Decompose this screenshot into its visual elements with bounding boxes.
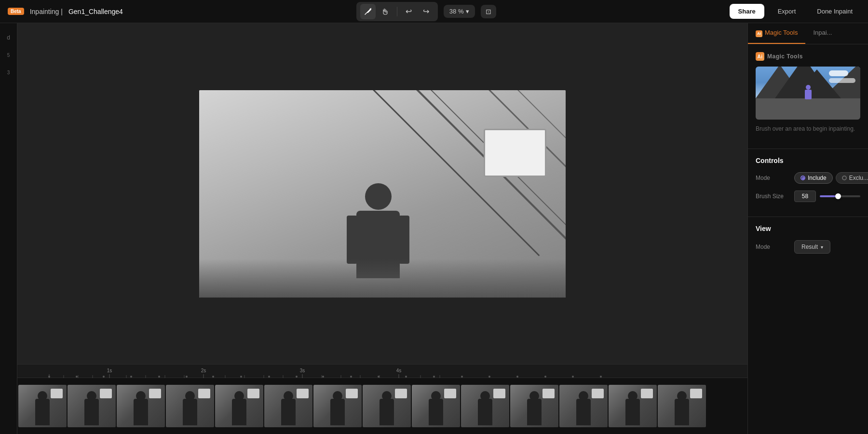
mode-exclude-label: Exclu...: [849, 175, 868, 181]
project-filename: Gen1_Challenge4: [68, 8, 123, 15]
left-strip-icon-1[interactable]: d: [2, 31, 15, 44]
timeline-frame-12[interactable]: [609, 385, 657, 427]
svg-point-34: [240, 376, 242, 378]
frame-screen: [395, 389, 407, 398]
timeline-frames[interactable]: [17, 378, 747, 434]
thumb-ground: [756, 98, 860, 120]
timeline-frame-1[interactable]: [68, 385, 116, 427]
svg-point-28: [76, 376, 78, 378]
thumb-figure-body: [805, 90, 812, 99]
zoom-dropdown[interactable]: 38 % ▾: [444, 5, 475, 18]
panel-hint: Brush over an area to begin inpainting.: [756, 124, 860, 133]
fit-view-button[interactable]: ⊡: [481, 5, 496, 18]
brush-size-thumb: [835, 193, 841, 199]
mode-options: Include Exclu...: [794, 172, 868, 184]
redo-button[interactable]: ↪: [419, 4, 434, 19]
timeline-frame-7[interactable]: [363, 385, 411, 427]
frame-figure: [232, 399, 246, 425]
view-section: View Mode Result: [748, 217, 868, 268]
frame-screen: [198, 389, 210, 398]
svg-point-0: [369, 8, 371, 10]
frame-figure: [478, 399, 492, 425]
svg-point-45: [544, 376, 546, 378]
timeline-frame-10[interactable]: [510, 385, 558, 427]
frame-screen: [297, 389, 309, 398]
frame-screen: [100, 389, 112, 398]
timeline-frame-9[interactable]: [461, 385, 509, 427]
beta-badge: Beta: [8, 8, 24, 15]
canvas-image[interactable]: [199, 90, 566, 298]
svg-point-37: [322, 376, 324, 378]
frame-figure: [84, 399, 99, 425]
tab-inpaint[interactable]: Inpai...: [805, 23, 840, 44]
svg-point-40: [405, 376, 407, 378]
right-panel: AiMagic Tools Inpai... Ai Magic Tools: [747, 23, 868, 434]
tab-magic-tools[interactable]: AiMagic Tools: [748, 23, 805, 44]
panel-tabs: AiMagic Tools Inpai...: [748, 23, 868, 44]
timeline-frame-3[interactable]: [166, 385, 214, 427]
frame-screen: [592, 389, 604, 398]
mode-label: Mode: [756, 175, 794, 181]
svg-point-33: [212, 376, 214, 378]
frame-figure: [576, 399, 591, 425]
brush-size-slider[interactable]: [820, 195, 860, 197]
view-title: View: [756, 225, 860, 232]
pen-tool-button[interactable]: [360, 4, 376, 19]
timeline-frame-6[interactable]: [313, 385, 362, 427]
thumb-cloud-2: [829, 78, 855, 83]
timeline-frame-13[interactable]: [658, 385, 706, 427]
svg-text:1s: 1s: [107, 368, 112, 373]
frame-screen: [247, 389, 259, 398]
timeline-frame-11[interactable]: [559, 385, 608, 427]
share-button[interactable]: Share: [730, 4, 764, 19]
figure-arm-left: [347, 216, 357, 264]
controls-section: Controls Mode Include Exclu... Brus: [748, 149, 868, 217]
frame-screen: [444, 389, 456, 398]
mode-include-option[interactable]: Include: [794, 172, 833, 184]
brush-size-input[interactable]: [794, 190, 816, 202]
svg-point-31: [158, 376, 160, 378]
preview-thumbnail: [756, 67, 860, 120]
done-inpaint-button[interactable]: Done Inpaint: [809, 4, 860, 19]
thumb-figure: [805, 85, 812, 99]
frame-screen: [51, 389, 63, 398]
timeline-frame-5[interactable]: [264, 385, 312, 427]
timeline-frame-0[interactable]: [18, 385, 67, 427]
timeline-frame-4[interactable]: [215, 385, 263, 427]
frame-screen: [493, 389, 505, 398]
frame-figure: [183, 399, 197, 425]
zoom-value: 38 %: [449, 8, 464, 15]
undo-button[interactable]: ↩: [401, 4, 417, 19]
panel-section-header: Ai Magic Tools: [756, 52, 860, 61]
left-strip-icon-2[interactable]: 5: [2, 48, 15, 62]
canvas-viewport[interactable]: [17, 23, 747, 364]
left-strip: d 5 3: [0, 23, 17, 434]
frame-screen: [149, 389, 161, 398]
export-button[interactable]: Export: [770, 4, 804, 19]
frame-screen: [346, 389, 358, 398]
brush-size-control-row: Brush Size: [756, 190, 860, 202]
thumb-cloud-1: [829, 70, 848, 76]
view-mode-dropdown[interactable]: Result: [794, 240, 830, 254]
frame-figure: [380, 399, 394, 425]
mode-control-row: Mode Include Exclu...: [756, 172, 860, 184]
left-strip-icon-3[interactable]: 3: [2, 66, 15, 79]
scene-screen: [484, 129, 546, 177]
topbar: Beta Inpainting | Gen1_Challenge4 ↩ ↪ 38…: [0, 0, 868, 23]
timeline-frame-2[interactable]: [117, 385, 165, 427]
svg-point-38: [350, 376, 352, 378]
mode-exclude-option[interactable]: Exclu...: [836, 172, 868, 184]
frame-figure: [625, 399, 640, 425]
timeline-frame-8[interactable]: [412, 385, 460, 427]
mode-exclude-radio: [842, 176, 847, 180]
svg-point-36: [296, 376, 298, 378]
hand-tool-button[interactable]: [378, 4, 393, 19]
mode-include-label: Include: [808, 175, 827, 181]
frame-figure: [429, 399, 443, 425]
timeline-track: [17, 385, 707, 428]
frame-figure: [281, 399, 296, 425]
brush-size-label: Brush Size: [756, 193, 794, 200]
svg-point-32: [186, 376, 188, 378]
svg-point-29: [103, 376, 105, 378]
svg-point-30: [130, 376, 132, 378]
